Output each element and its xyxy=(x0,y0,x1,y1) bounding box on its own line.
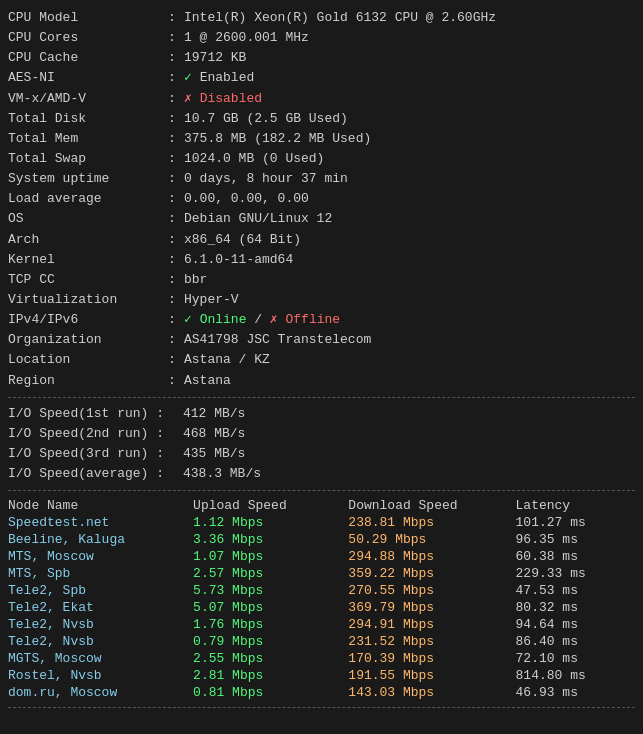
speed-download: 143.03 Mbps xyxy=(348,684,515,701)
speed-latency: 80.32 ms xyxy=(516,599,635,616)
sysinfo-row: OS : Debian GNU/Linux 12 xyxy=(8,209,635,229)
speed-node-name: Rostel, Nvsb xyxy=(8,667,193,684)
sysinfo-row: Total Disk : 10.7 GB (2.5 GB Used) xyxy=(8,109,635,129)
io-row: I/O Speed(average) : 438.3 MB/s xyxy=(8,464,635,484)
speed-upload: 0.81 Mbps xyxy=(193,684,348,701)
speed-node-name: Speedtest.net xyxy=(8,514,193,531)
sysinfo-value: Astana / KZ xyxy=(184,350,635,370)
speed-node-name: Tele2, Ekat xyxy=(8,599,193,616)
speed-latency: 47.53 ms xyxy=(516,582,635,599)
sysinfo-value: Hyper-V xyxy=(184,290,635,310)
sysinfo-label: System uptime xyxy=(8,169,168,189)
speed-download: 170.39 Mbps xyxy=(348,650,515,667)
speed-latency: 101.27 ms xyxy=(516,514,635,531)
speed-table-row: MGTS, Moscow2.55 Mbps170.39 Mbps72.10 ms xyxy=(8,650,635,667)
speed-upload: 2.57 Mbps xyxy=(193,565,348,582)
sysinfo-value: x86_64 (64 Bit) xyxy=(184,230,635,250)
speed-node-name: dom.ru, Moscow xyxy=(8,684,193,701)
speed-table-header: Latency xyxy=(516,497,635,514)
speed-download: 238.81 Mbps xyxy=(348,514,515,531)
speed-node-name: MGTS, Moscow xyxy=(8,650,193,667)
sysinfo-row: Organization : AS41798 JSC Transtelecom xyxy=(8,330,635,350)
speed-latency: 86.40 ms xyxy=(516,633,635,650)
speed-table-row: Beeline, Kaluga3.36 Mbps50.29 Mbps96.35 … xyxy=(8,531,635,548)
speed-upload: 1.76 Mbps xyxy=(193,616,348,633)
sysinfo-label: IPv4/IPv6 xyxy=(8,310,168,330)
io-label: I/O Speed(average) : xyxy=(8,464,183,484)
speed-download: 369.79 Mbps xyxy=(348,599,515,616)
speed-table-header: Upload Speed xyxy=(193,497,348,514)
sysinfo-value: 1024.0 MB (0 Used) xyxy=(184,149,635,169)
sysinfo-row: System uptime : 0 days, 8 hour 37 min xyxy=(8,169,635,189)
io-label: I/O Speed(3rd run) : xyxy=(8,444,183,464)
sysinfo-value: AS41798 JSC Transtelecom xyxy=(184,330,635,350)
sysinfo-row: Total Mem : 375.8 MB (182.2 MB Used) xyxy=(8,129,635,149)
sysinfo-row: Total Swap : 1024.0 MB (0 Used) xyxy=(8,149,635,169)
sysinfo-row: Virtualization : Hyper-V xyxy=(8,290,635,310)
sysinfo-row: TCP CC : bbr xyxy=(8,270,635,290)
speed-upload: 5.07 Mbps xyxy=(193,599,348,616)
sysinfo-label: VM-x/AMD-V xyxy=(8,89,168,109)
speed-upload: 0.79 Mbps xyxy=(193,633,348,650)
speed-upload: 2.81 Mbps xyxy=(193,667,348,684)
sysinfo-value: 19712 KB xyxy=(184,48,635,68)
io-value: 412 MB/s xyxy=(183,404,245,424)
sysinfo-row: Arch : x86_64 (64 Bit) xyxy=(8,230,635,250)
speed-download: 294.88 Mbps xyxy=(348,548,515,565)
sysinfo-value: 6.1.0-11-amd64 xyxy=(184,250,635,270)
speed-node-name: Tele2, Nvsb xyxy=(8,633,193,650)
speed-latency: 46.93 ms xyxy=(516,684,635,701)
sysinfo-value: ✗ Disabled xyxy=(184,89,635,109)
io-section: I/O Speed(1st run) : 412 MB/sI/O Speed(2… xyxy=(8,404,635,485)
sysinfo-label: Region xyxy=(8,371,168,391)
speed-table-row: MTS, Moscow1.07 Mbps294.88 Mbps60.38 ms xyxy=(8,548,635,565)
speed-node-name: Beeline, Kaluga xyxy=(8,531,193,548)
sysinfo-row: AES-NI : ✓ Enabled xyxy=(8,68,635,88)
sysinfo-label: CPU Model xyxy=(8,8,168,28)
speed-table-row: Tele2, Nvsb0.79 Mbps231.52 Mbps86.40 ms xyxy=(8,633,635,650)
speed-download: 270.55 Mbps xyxy=(348,582,515,599)
speed-upload: 5.73 Mbps xyxy=(193,582,348,599)
sysinfo-label: CPU Cache xyxy=(8,48,168,68)
sysinfo-value: bbr xyxy=(184,270,635,290)
sysinfo-label: AES-NI xyxy=(8,68,168,88)
sysinfo-value: 10.7 GB (2.5 GB Used) xyxy=(184,109,635,129)
sysinfo-value: Debian GNU/Linux 12 xyxy=(184,209,635,229)
sysinfo-value: ✓ Online / ✗ Offline xyxy=(184,310,635,330)
sysinfo-row: VM-x/AMD-V : ✗ Disabled xyxy=(8,89,635,109)
sysinfo-label: Total Disk xyxy=(8,109,168,129)
sysinfo-row: Kernel : 6.1.0-11-amd64 xyxy=(8,250,635,270)
speed-node-name: MTS, Moscow xyxy=(8,548,193,565)
sysinfo-value: 0.00, 0.00, 0.00 xyxy=(184,189,635,209)
speed-node-name: Tele2, Nvsb xyxy=(8,616,193,633)
speed-latency: 814.80 ms xyxy=(516,667,635,684)
sysinfo-value: ✓ Enabled xyxy=(184,68,635,88)
io-label: I/O Speed(1st run) : xyxy=(8,404,183,424)
speed-upload: 1.07 Mbps xyxy=(193,548,348,565)
sysinfo-value: Astana xyxy=(184,371,635,391)
speed-node-name: MTS, Spb xyxy=(8,565,193,582)
speed-latency: 94.64 ms xyxy=(516,616,635,633)
sysinfo-label: Total Swap xyxy=(8,149,168,169)
sysinfo-row: Region : Astana xyxy=(8,371,635,391)
speed-table-header: Node Name xyxy=(8,497,193,514)
speed-upload: 1.12 Mbps xyxy=(193,514,348,531)
speed-upload: 3.36 Mbps xyxy=(193,531,348,548)
io-row: I/O Speed(2nd run) : 468 MB/s xyxy=(8,424,635,444)
speed-download: 50.29 Mbps xyxy=(348,531,515,548)
speed-latency: 96.35 ms xyxy=(516,531,635,548)
speed-table-row: Tele2, Ekat5.07 Mbps369.79 Mbps80.32 ms xyxy=(8,599,635,616)
sysinfo-label: Load average xyxy=(8,189,168,209)
sysinfo-row: Load average : 0.00, 0.00, 0.00 xyxy=(8,189,635,209)
io-row: I/O Speed(1st run) : 412 MB/s xyxy=(8,404,635,424)
sysinfo-label: Arch xyxy=(8,230,168,250)
speed-table-row: Tele2, Nvsb1.76 Mbps294.91 Mbps94.64 ms xyxy=(8,616,635,633)
speed-table-row: dom.ru, Moscow0.81 Mbps143.03 Mbps46.93 … xyxy=(8,684,635,701)
sysinfo-row: CPU Model : Intel(R) Xeon(R) Gold 6132 C… xyxy=(8,8,635,28)
sysinfo-value: 1 @ 2600.001 MHz xyxy=(184,28,635,48)
speed-download: 359.22 Mbps xyxy=(348,565,515,582)
sysinfo-label: Virtualization xyxy=(8,290,168,310)
io-label: I/O Speed(2nd run) : xyxy=(8,424,183,444)
sysinfo-label: CPU Cores xyxy=(8,28,168,48)
io-value: 438.3 MB/s xyxy=(183,464,261,484)
